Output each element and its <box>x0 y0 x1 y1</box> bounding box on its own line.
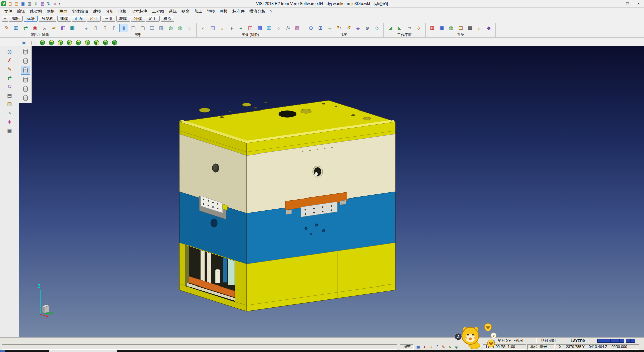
eraser-icon[interactable]: ▰ <box>49 24 58 32</box>
gallery-icon[interactable]: ▩ <box>293 24 302 32</box>
cylinder2-icon[interactable]: ◍ <box>176 24 184 32</box>
tabbar-dropdown-icon[interactable]: ▼ <box>2 16 8 22</box>
graphics-bar2-icon[interactable]: ▯ <box>101 24 109 32</box>
rotate-icon[interactable]: ↻ <box>6 83 14 91</box>
doc-view2-icon[interactable]: ▢ <box>138 24 147 32</box>
menu-item-9[interactable]: 电极 <box>116 8 129 15</box>
wave-icon[interactable]: ≈ <box>447 344 453 350</box>
menu-item-15[interactable]: 塑模 <box>205 8 217 15</box>
hatch-icon[interactable]: ▧ <box>6 100 14 108</box>
workplane-align-icon[interactable]: ◊ <box>414 24 423 32</box>
tab-3[interactable]: 线架构 <box>39 16 56 22</box>
top-view-icon[interactable] <box>47 39 55 47</box>
iso-view-icon[interactable] <box>38 39 46 47</box>
rotate-view-icon[interactable]: ↻ <box>335 24 343 32</box>
matrix-icon[interactable]: ▩ <box>466 24 474 32</box>
zoom-fit-icon[interactable]: ⊕ <box>307 24 315 32</box>
meshes-db-icon[interactable] <box>21 85 30 93</box>
refresh-icon[interactable]: ↻ <box>46 1 52 7</box>
select-color-icon[interactable]: ▣ <box>68 24 77 32</box>
tab-2[interactable]: 标准 <box>24 16 38 22</box>
screen-config-icon[interactable]: ▣ <box>437 24 446 32</box>
menu-item-5[interactable]: 曲面 <box>57 8 70 15</box>
calculator-icon[interactable]: ▤ <box>456 24 465 32</box>
ball-snap-icon[interactable]: ● <box>421 344 428 350</box>
open-file-icon[interactable]: ▤ <box>14 1 20 7</box>
redraw-icon[interactable]: ◇ <box>372 24 381 32</box>
menu-item-17[interactable]: 标准件 <box>230 8 247 15</box>
pen-icon[interactable]: ✎ <box>440 344 447 350</box>
import-icon[interactable]: ⇩ <box>33 1 39 7</box>
graphics-bar1-icon[interactable]: ▯ <box>91 24 100 32</box>
menu-item-4[interactable]: 网格 <box>44 8 57 15</box>
menu-item-13[interactable]: 视窗 <box>179 8 192 15</box>
axonometric-view-icon[interactable] <box>102 39 110 47</box>
shaded-cube-icon[interactable] <box>111 39 119 47</box>
maximize-button[interactable]: □ <box>622 0 633 7</box>
save-icon[interactable]: ▣ <box>20 1 26 7</box>
tab-7[interactable]: 应用 <box>102 16 115 22</box>
menu-item-11[interactable]: 工程图 <box>150 8 166 15</box>
tab-10[interactable]: 加工 <box>146 16 160 22</box>
menu-item-2[interactable]: 编辑 <box>15 8 28 15</box>
menu-item-3[interactable]: 线架构 <box>28 8 44 15</box>
quick-access-dropdown-icon[interactable]: ▾ <box>59 2 60 5</box>
menu-item-14[interactable]: 加工 <box>192 8 205 15</box>
right-view-icon[interactable] <box>65 39 73 47</box>
render-icon[interactable]: ◐ <box>199 24 208 32</box>
pan-icon[interactable]: ⇔ <box>325 24 334 32</box>
stack-icon[interactable]: ▤ <box>148 24 156 32</box>
screen-layout-icon[interactable]: ▣ <box>20 39 28 47</box>
desktop-mascot[interactable]: A W o W <box>453 322 504 350</box>
print-icon[interactable]: ▥ <box>26 1 33 7</box>
points-db-icon[interactable] <box>21 75 30 84</box>
grid-snap-icon[interactable]: ▦ <box>415 344 421 350</box>
material-icon[interactable]: ◓ <box>236 24 245 32</box>
tab-6[interactable]: 尺寸 <box>87 16 101 22</box>
layer-colors-icon[interactable]: ▦ <box>428 24 437 32</box>
new-file-icon[interactable]: ▢ <box>7 1 13 7</box>
taskbar-app-sliver[interactable] <box>49 350 117 352</box>
taskbar-sliver[interactable] <box>0 350 644 352</box>
mold-model[interactable] <box>179 100 395 311</box>
menu-item-19[interactable]: ? <box>268 8 275 15</box>
brightness-icon[interactable]: ☼ <box>428 344 434 350</box>
menu-item-8[interactable]: 分析 <box>103 8 116 15</box>
menu-item-1[interactable]: 文件 <box>2 8 15 15</box>
workplane-custom-icon[interactable]: ▱ <box>405 24 414 32</box>
left-view-icon[interactable] <box>84 39 92 47</box>
capture-icon[interactable]: ▦ <box>39 1 45 7</box>
section-icon[interactable]: ◫ <box>246 24 255 32</box>
menu-item-18[interactable]: 模流分析 <box>247 8 268 15</box>
viewport-3d[interactable]: Z <box>19 46 644 337</box>
shadow-icon[interactable]: ◑ <box>227 24 236 32</box>
erase-icon[interactable]: ✗ <box>6 56 14 64</box>
bottom-view-icon[interactable] <box>93 39 101 47</box>
wire-mode-icon[interactable]: ◌ <box>274 24 283 32</box>
dynamic-view-icon[interactable]: ◈ <box>354 24 362 32</box>
move-icon[interactable]: ⇄ <box>6 74 14 82</box>
stack2-icon[interactable]: ▥ <box>157 24 166 32</box>
close-button[interactable]: × <box>633 0 644 7</box>
filter-point-icon[interactable]: ◉ <box>31 24 39 32</box>
system-globe-icon[interactable]: ◍ <box>447 24 455 32</box>
taskbar-start-sliver[interactable] <box>0 350 5 352</box>
tab-8[interactable]: 塑膜 <box>116 16 130 22</box>
macro-icon[interactable]: ◈ <box>52 1 58 7</box>
menu-item-16[interactable]: 冲模 <box>217 8 230 15</box>
tab-11[interactable]: 模流 <box>161 16 174 22</box>
workplane-iso-icon[interactable]: ◣ <box>395 24 404 32</box>
options-icon[interactable]: ▣ <box>6 126 14 134</box>
arc-icon[interactable]: ◔ <box>6 109 14 117</box>
graphics-bar3-icon[interactable]: ▯ <box>110 24 119 32</box>
solids-db-icon[interactable] <box>21 47 30 56</box>
light-icon[interactable]: ◒ <box>218 24 226 32</box>
tab-9[interactable]: 冲模 <box>131 16 145 22</box>
sketch-icon[interactable]: ✎ <box>6 65 14 73</box>
menu-item-12[interactable]: 系统 <box>166 8 179 15</box>
absolute-view-panel[interactable]: 绝对视图 <box>538 338 566 343</box>
texture-icon[interactable]: ▨ <box>208 24 217 32</box>
front-view-icon[interactable] <box>56 39 64 47</box>
filter-face-icon[interactable]: ▦ <box>12 24 20 32</box>
paint-icon[interactable]: ◧ <box>59 24 67 32</box>
